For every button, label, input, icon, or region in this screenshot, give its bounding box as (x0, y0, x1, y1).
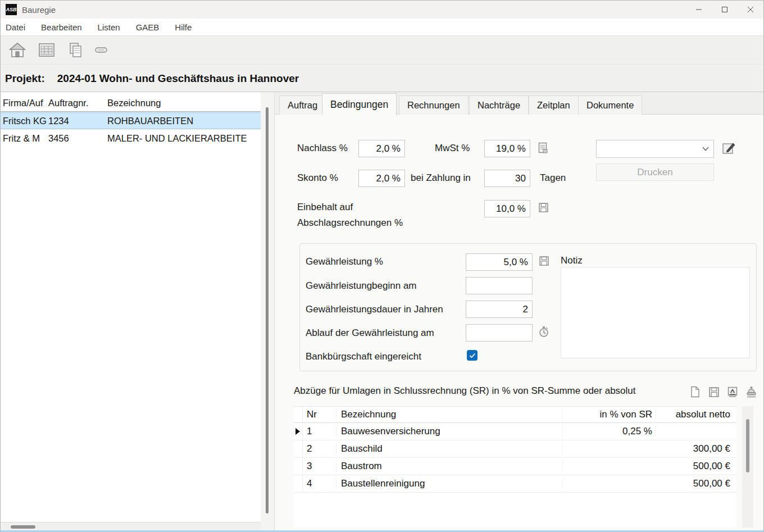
menu-datei[interactable]: Datei (1, 19, 33, 35)
beginn-input[interactable] (466, 277, 533, 294)
abzuege-table: Nr Bezeichnung in % von SR absolut netto… (294, 406, 736, 528)
header-absolut[interactable]: absolut netto (656, 409, 733, 420)
buergschaft-label: Bankbürgschaft eingereicht (306, 351, 421, 362)
row-indicator-column (294, 407, 303, 422)
chevron-down-icon (702, 147, 709, 151)
table-button[interactable] (34, 39, 59, 61)
cell-firma: Fritsch KG (1, 116, 48, 126)
contractor-row[interactable]: Fritz & M 3456 MALER- UND LACKIERARBEITE (1, 130, 261, 147)
cell-nr: 2 (303, 443, 336, 454)
maximize-button[interactable] (712, 1, 738, 19)
title-bar: ASB Bauregie (1, 1, 763, 19)
pill-button[interactable] (93, 39, 110, 61)
einbehalt-label-1: Einbehalt auf (297, 202, 353, 213)
stopwatch-icon[interactable] (539, 326, 549, 337)
table-row[interactable]: 1 Bauwesenversicherung 0,25 % (294, 423, 736, 440)
save-icon[interactable] (709, 387, 719, 397)
mwst-input[interactable] (484, 140, 530, 157)
home-button[interactable] (5, 39, 30, 61)
tab-bedingungen[interactable]: Bedingungen (322, 93, 397, 115)
cell-bezeichnung: ROHBAUARBEITEN (107, 116, 261, 126)
skonto-label: Skonto % (297, 172, 338, 184)
cell-nr: 4 (303, 478, 336, 489)
contractor-row-selected[interactable]: Fritsch KG 1234 ROHBAUARBEITEN (1, 112, 261, 129)
project-label: Projekt: (5, 72, 45, 85)
cell-prozent: 0,25 % (562, 426, 656, 437)
tab-zeitplan[interactable]: Zeitplan (529, 96, 579, 115)
menu-listen[interactable]: Listen (90, 19, 128, 35)
bedingungen-panel: Nachlass % MwSt % Drucken Skonto % bei Z… (275, 115, 764, 532)
menu-bearbeiten[interactable]: Bearbeiten (33, 19, 90, 35)
table-row[interactable]: 4 Baustellenreinigung 500,00 € (294, 475, 736, 493)
dauer-input[interactable] (466, 301, 533, 318)
table-row[interactable]: 2 Bauschild 300,00 € (294, 440, 736, 458)
edit-icon[interactable] (722, 142, 735, 155)
close-button[interactable] (738, 1, 763, 19)
table-row[interactable]: 3 Baustrom 500,00 € (294, 458, 736, 475)
scrollbar-thumb[interactable] (11, 525, 35, 529)
header-nr[interactable]: Nr (303, 409, 336, 420)
current-row-marker (295, 428, 300, 435)
nachlass-label: Nachlass % (297, 143, 348, 154)
cell-auftragnr: 1234 (48, 116, 107, 126)
tab-auftrag[interactable]: Auftrag (279, 96, 326, 115)
skonto-input[interactable] (358, 170, 405, 187)
menu-hilfe[interactable]: Hilfe (167, 19, 199, 35)
export-icon[interactable] (727, 387, 738, 398)
report-icon[interactable] (538, 142, 548, 154)
print-template-select[interactable] (596, 140, 714, 158)
toolbar (1, 35, 763, 65)
menu-gaeb[interactable]: GAEB (128, 19, 167, 35)
table-vertical-scrollbar[interactable] (742, 406, 753, 528)
gewaehrleistung-label: Gewährleistung % (306, 256, 383, 267)
left-horizontal-scrollbar[interactable] (1, 522, 261, 531)
table-icon (38, 43, 55, 57)
header-prozent[interactable]: in % von SR (562, 409, 656, 420)
tab-nachtraege[interactable]: Nachträge (469, 96, 529, 115)
check-icon (469, 353, 476, 358)
notiz-textarea[interactable] (561, 267, 750, 358)
tab-dokumente[interactable]: Dokumente (578, 96, 642, 115)
contractor-list: Firma/Auf Auftragnr. Bezeichnung Fritsch… (1, 92, 261, 522)
einbehalt-input[interactable] (484, 200, 530, 217)
project-bar: Projekt: 2024-01 Wohn- und Geschäftshaus… (1, 65, 763, 92)
save-icon[interactable] (539, 203, 548, 212)
app-logo-icon: ASB (6, 4, 17, 15)
cell-absolut: 500,00 € (656, 461, 733, 472)
mwst-label: MwSt % (435, 143, 470, 154)
copy-button[interactable] (63, 39, 88, 61)
scrollbar-thumb[interactable] (746, 419, 749, 472)
zahlung-tage-input[interactable] (484, 170, 530, 187)
einbehalt-label-2: Abschlagsrechnungen % (297, 217, 403, 229)
window-title: Bauregie (22, 5, 56, 15)
zahlung-label: bei Zahlung in (411, 172, 471, 184)
buergschaft-checkbox[interactable] (467, 350, 478, 361)
abzuege-table-header: Nr Bezeichnung in % von SR absolut netto (294, 406, 736, 423)
column-header-auftragnr[interactable]: Auftragnr. (48, 98, 107, 108)
cell-bezeichnung: Baustellenreinigung (336, 478, 562, 489)
app-window: ASB Bauregie Datei Bearbeiten Listen GAE… (0, 0, 764, 532)
stamp-icon[interactable] (746, 386, 757, 398)
menu-bar: Datei Bearbeiten Listen GAEB Hilfe (1, 19, 763, 35)
header-bezeichnung[interactable]: Bezeichnung (336, 409, 562, 420)
ablauf-input[interactable] (466, 324, 533, 342)
gewaehrleistung-input[interactable] (466, 253, 533, 271)
nachlass-input[interactable] (358, 140, 405, 157)
cell-bezeichnung: MALER- UND LACKIERARBEITE (107, 133, 261, 144)
left-vertical-scrollbar[interactable] (261, 92, 274, 532)
cell-nr: 1 (303, 426, 336, 437)
tab-rechnungen[interactable]: Rechnungen (399, 96, 469, 115)
tagen-label: Tagen (540, 172, 566, 184)
minimize-button[interactable] (686, 1, 712, 19)
ablauf-label: Ablauf der Gewährleistung am (306, 328, 434, 339)
beginn-label: Gewährleistungbeginn am (306, 280, 417, 292)
column-header-bezeichnung[interactable]: Bezeichnung (107, 98, 261, 108)
save-icon[interactable] (539, 256, 549, 266)
project-name: 2024-01 Wohn- und Geschäftshaus in Hanno… (57, 72, 299, 85)
new-document-icon[interactable] (690, 386, 700, 398)
cell-nr: 3 (303, 461, 336, 472)
scrollbar-thumb[interactable] (266, 107, 269, 513)
cell-absolut: 300,00 € (656, 443, 733, 454)
drucken-button[interactable]: Drucken (596, 163, 714, 181)
column-header-firma[interactable]: Firma/Auf (1, 98, 48, 108)
